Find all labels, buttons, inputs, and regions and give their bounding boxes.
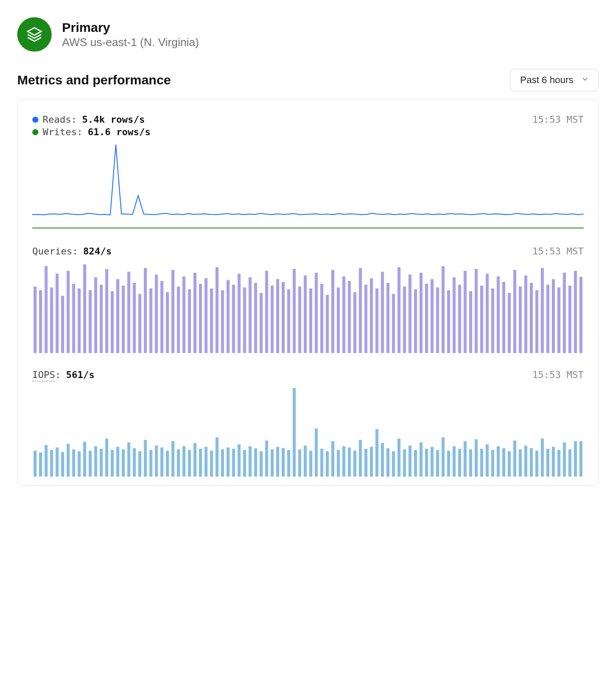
svg-rect-152: [320, 449, 324, 477]
svg-rect-61: [370, 278, 373, 353]
svg-rect-8: [78, 288, 81, 353]
time-range-select[interactable]: Past 6 hours: [510, 69, 599, 91]
legend-queries: Queries: 824/s: [32, 246, 112, 257]
svg-rect-14: [111, 291, 114, 353]
chart-area-queries[interactable]: [32, 263, 584, 353]
svg-rect-105: [61, 452, 64, 477]
svg-rect-108: [78, 451, 81, 477]
svg-rect-17: [128, 272, 131, 353]
legend-writes: Writes: 61.6 rows/s: [32, 127, 150, 137]
svg-rect-109: [83, 442, 86, 477]
legend-label-iops: IOPS: [32, 369, 55, 381]
svg-rect-47: [293, 269, 296, 353]
svg-rect-138: [243, 450, 246, 477]
svg-rect-98: [574, 271, 577, 353]
svg-rect-18: [133, 283, 136, 353]
svg-rect-121: [149, 450, 152, 477]
legend-dot-writes: [32, 129, 38, 135]
svg-rect-30: [199, 284, 202, 353]
legend-value-iops: 561/s: [66, 369, 94, 380]
svg-rect-137: [238, 444, 241, 477]
svg-rect-156: [342, 446, 345, 477]
svg-rect-51: [315, 273, 318, 353]
timestamp-iops: 15:53 MST: [532, 369, 584, 380]
svg-rect-39: [249, 277, 252, 353]
svg-rect-146: [287, 450, 290, 477]
svg-rect-174: [442, 437, 445, 477]
svg-rect-126: [177, 449, 180, 477]
chart-area-reads-writes[interactable]: [32, 143, 584, 229]
svg-rect-144: [276, 447, 279, 477]
svg-rect-120: [144, 440, 147, 477]
svg-rect-78: [464, 271, 467, 353]
svg-rect-71: [425, 284, 428, 353]
svg-rect-96: [563, 273, 566, 353]
svg-rect-157: [348, 447, 351, 477]
svg-rect-77: [458, 285, 461, 353]
svg-rect-171: [425, 449, 428, 477]
svg-rect-6: [67, 271, 70, 353]
svg-rect-76: [453, 277, 456, 353]
legend-label-writes: Writes:: [43, 127, 83, 137]
svg-rect-85: [502, 282, 505, 353]
svg-rect-50: [309, 288, 312, 353]
legend-label-queries: Queries:: [32, 246, 78, 257]
svg-rect-92: [541, 268, 544, 353]
svg-rect-169: [414, 450, 417, 477]
svg-rect-1: [39, 290, 42, 353]
svg-rect-189: [524, 446, 527, 477]
svg-rect-29: [193, 273, 196, 353]
svg-rect-55: [337, 288, 340, 353]
svg-rect-89: [524, 276, 527, 353]
svg-rect-165: [392, 451, 395, 477]
legend-dot-reads: [32, 117, 38, 123]
svg-rect-34: [221, 290, 224, 353]
svg-rect-199: [579, 441, 582, 477]
legend-label-iops-suffix: :: [55, 369, 61, 380]
svg-rect-193: [546, 449, 549, 477]
metrics-panel: Reads: 5.4k rows/s Writes: 61.6 rows/s 1…: [17, 99, 599, 486]
svg-rect-158: [353, 451, 356, 477]
svg-rect-95: [557, 288, 560, 353]
svg-rect-81: [480, 285, 483, 353]
svg-rect-139: [249, 446, 252, 477]
svg-rect-104: [56, 447, 59, 477]
svg-rect-79: [469, 291, 472, 353]
chart-area-iops[interactable]: [32, 386, 584, 477]
svg-rect-160: [364, 449, 367, 477]
svg-rect-182: [486, 444, 489, 477]
svg-rect-15: [116, 279, 119, 353]
svg-rect-198: [574, 441, 577, 477]
svg-rect-159: [359, 440, 362, 477]
svg-rect-88: [519, 287, 522, 353]
svg-rect-28: [188, 289, 191, 353]
svg-rect-180: [475, 439, 478, 477]
svg-rect-140: [254, 448, 257, 477]
svg-rect-67: [403, 287, 406, 353]
svg-rect-176: [453, 446, 456, 477]
svg-rect-190: [530, 448, 533, 477]
svg-rect-162: [376, 429, 379, 477]
timestamp-queries: 15:53 MST: [532, 246, 584, 257]
legend-value-reads: 5.4k rows/s: [82, 114, 145, 125]
svg-rect-150: [309, 451, 312, 477]
svg-rect-148: [298, 449, 301, 477]
svg-rect-136: [232, 449, 235, 477]
svg-rect-46: [287, 289, 290, 353]
svg-rect-188: [519, 449, 522, 477]
svg-rect-31: [205, 278, 208, 353]
svg-rect-166: [398, 439, 401, 477]
svg-rect-184: [497, 446, 500, 477]
svg-rect-151: [315, 428, 318, 477]
page-subtitle: AWS us-east-1 (N. Virginia): [62, 36, 199, 49]
svg-rect-22: [155, 275, 158, 353]
svg-rect-185: [502, 448, 505, 477]
svg-rect-90: [530, 283, 533, 353]
svg-rect-130: [199, 449, 202, 477]
svg-rect-65: [392, 294, 395, 353]
svg-rect-115: [116, 447, 119, 477]
svg-rect-111: [94, 446, 97, 477]
svg-rect-97: [569, 285, 572, 353]
svg-rect-44: [276, 279, 279, 353]
svg-rect-186: [508, 451, 511, 477]
